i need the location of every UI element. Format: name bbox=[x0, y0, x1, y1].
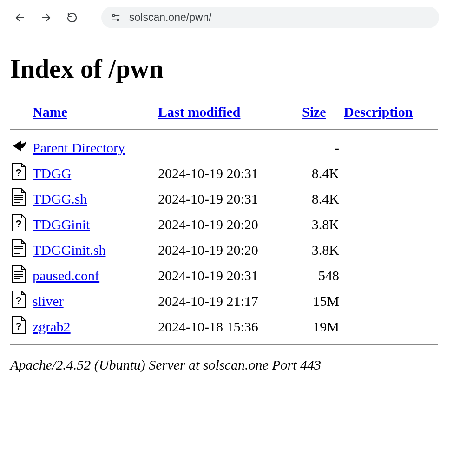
cell-modified: 2024-10-19 20:31 bbox=[158, 263, 302, 288]
cell-desc bbox=[344, 314, 443, 339]
url-text: solscan.one/pwn/ bbox=[129, 11, 212, 24]
table-row: TDGGinit2024-10-19 20:203.8K bbox=[10, 212, 443, 237]
cell-modified: 2024-10-19 20:20 bbox=[158, 237, 302, 263]
cell-size: 8.4K bbox=[302, 160, 344, 186]
reload-button[interactable] bbox=[66, 12, 78, 24]
parent-dir-link[interactable]: Parent Directory bbox=[33, 140, 125, 155]
cell-size: 3.8K bbox=[302, 212, 344, 237]
table-row: zgrab22024-10-18 15:3619M bbox=[10, 314, 443, 339]
file-link[interactable]: sliver bbox=[33, 293, 64, 309]
file-link[interactable]: TDGGinit bbox=[33, 217, 90, 232]
cell-size: - bbox=[302, 135, 344, 160]
sort-description-link[interactable]: Description bbox=[344, 104, 413, 119]
cell-modified: 2024-10-18 15:36 bbox=[158, 314, 302, 339]
arrow-left-icon bbox=[14, 12, 26, 23]
header-modified: Last modified bbox=[158, 102, 302, 125]
header-icon bbox=[10, 102, 33, 125]
header-size: Size bbox=[302, 102, 344, 125]
reload-icon bbox=[66, 12, 78, 23]
sort-size-link[interactable]: Size bbox=[302, 104, 326, 119]
cell-desc bbox=[344, 160, 443, 186]
cell-modified: 2024-10-19 21:17 bbox=[158, 288, 302, 314]
directory-listing: Name Last modified Size Description Pare… bbox=[10, 102, 443, 350]
sort-name-link[interactable]: Name bbox=[33, 104, 67, 119]
file-link[interactable]: zgrab2 bbox=[33, 319, 71, 334]
cell-desc bbox=[344, 288, 443, 314]
cell-size: 3.8K bbox=[302, 237, 344, 263]
header-name: Name bbox=[33, 102, 158, 125]
file-type-icon bbox=[10, 188, 27, 206]
file-type-icon bbox=[10, 264, 27, 283]
server-footer: Apache/2.4.52 (Ubuntu) Server at solscan… bbox=[10, 357, 443, 373]
back-button[interactable] bbox=[14, 12, 26, 24]
cell-size: 548 bbox=[302, 263, 344, 288]
cell-desc bbox=[344, 263, 443, 288]
cell-desc bbox=[344, 212, 443, 237]
table-row: sliver2024-10-19 21:1715M bbox=[10, 288, 443, 314]
svg-point-5 bbox=[117, 19, 119, 20]
separator bbox=[10, 344, 438, 345]
forward-button[interactable] bbox=[40, 12, 52, 24]
page-title: Index of /pwn bbox=[10, 54, 443, 84]
table-row: TDGG2024-10-19 20:318.4K bbox=[10, 160, 443, 186]
arrow-right-icon bbox=[40, 12, 52, 23]
file-link[interactable]: paused.conf bbox=[33, 268, 99, 283]
table-row: TDGGinit.sh2024-10-19 20:203.8K bbox=[10, 237, 443, 263]
sort-modified-link[interactable]: Last modified bbox=[158, 104, 241, 119]
file-type-icon bbox=[10, 213, 27, 232]
browser-toolbar: solscan.one/pwn/ bbox=[0, 0, 453, 35]
cell-modified: 2024-10-19 20:31 bbox=[158, 186, 302, 212]
cell-size: 19M bbox=[302, 314, 344, 339]
file-link[interactable]: TDGG.sh bbox=[33, 191, 87, 206]
cell-modified: 2024-10-19 20:31 bbox=[158, 160, 302, 186]
table-row: Parent Directory- bbox=[10, 135, 443, 160]
table-row: TDGG.sh2024-10-19 20:318.4K bbox=[10, 186, 443, 212]
file-type-icon bbox=[10, 239, 27, 258]
file-type-icon bbox=[10, 162, 27, 181]
parent-dir-icon bbox=[10, 137, 27, 155]
file-link[interactable]: TDGGinit.sh bbox=[33, 242, 106, 258]
cell-desc bbox=[344, 237, 443, 263]
file-link[interactable]: TDGG bbox=[33, 165, 71, 181]
cell-desc bbox=[344, 135, 443, 160]
cell-modified: 2024-10-19 20:20 bbox=[158, 212, 302, 237]
svg-point-2 bbox=[112, 14, 114, 16]
table-row: paused.conf2024-10-19 20:31548 bbox=[10, 263, 443, 288]
site-settings-icon[interactable] bbox=[111, 13, 121, 23]
separator bbox=[10, 129, 438, 130]
page-content: Index of /pwn Name Last modified Size De… bbox=[0, 35, 453, 387]
header-row: Name Last modified Size Description bbox=[10, 102, 443, 125]
cell-desc bbox=[344, 186, 443, 212]
header-description: Description bbox=[344, 102, 443, 125]
file-type-icon bbox=[10, 316, 27, 334]
file-type-icon bbox=[10, 290, 27, 309]
cell-modified bbox=[158, 135, 302, 160]
cell-size: 15M bbox=[302, 288, 344, 314]
address-bar[interactable]: solscan.one/pwn/ bbox=[101, 7, 439, 28]
cell-size: 8.4K bbox=[302, 186, 344, 212]
